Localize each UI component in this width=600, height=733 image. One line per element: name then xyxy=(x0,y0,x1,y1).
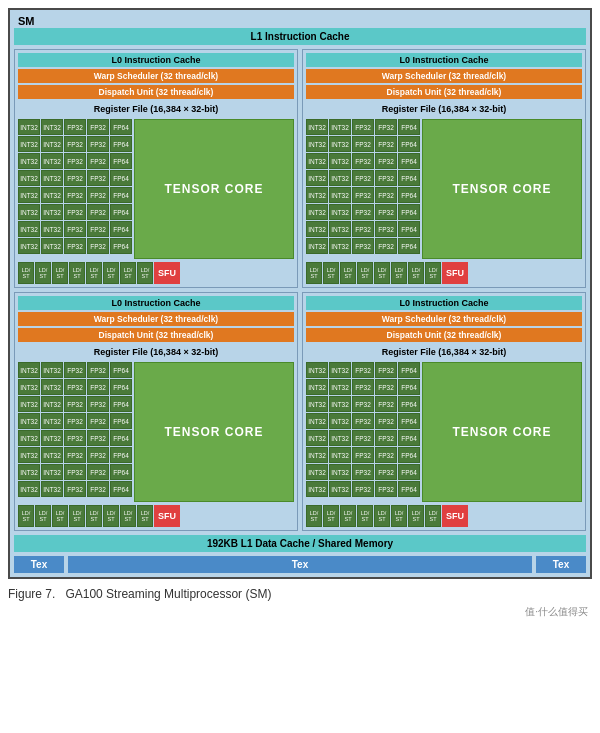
row-7-bl: INT32 INT32 FP32 FP32 FP64 xyxy=(18,464,132,480)
row-6-tl: INT32 INT32 FP32 FP32 FP64 xyxy=(18,204,132,220)
int32-cell: INT32 xyxy=(329,204,351,220)
row-1-br: INT32 INT32 FP32 FP32 FP64 xyxy=(306,362,420,378)
fp32-cell: FP32 xyxy=(375,119,397,135)
fp32-cell: FP32 xyxy=(64,464,86,480)
fp32-cell: FP32 xyxy=(87,481,109,497)
int32-cell: INT32 xyxy=(18,362,40,378)
fp32-cell: FP32 xyxy=(375,170,397,186)
int32-cell: INT32 xyxy=(18,221,40,237)
warp-scheduler-bl: Warp Scheduler (32 thread/clk) xyxy=(18,312,294,326)
int32-cell: INT32 xyxy=(18,481,40,497)
fp64-cell: FP64 xyxy=(398,204,420,220)
fp64-cell: FP64 xyxy=(398,362,420,378)
int32-cell: INT32 xyxy=(18,119,40,135)
row-5-tl: INT32 INT32 FP32 FP32 FP64 xyxy=(18,187,132,203)
fp64-cell: FP64 xyxy=(398,481,420,497)
ld-st-cell: LD/ST xyxy=(52,505,68,527)
fp32-cell: FP32 xyxy=(64,447,86,463)
fp32-cell: FP32 xyxy=(87,221,109,237)
register-file-br: Register File (16,384 × 32-bit) xyxy=(306,345,582,359)
watermark: 值·什么值得买 xyxy=(8,605,592,619)
ld-st-cell: LD/ST xyxy=(35,262,51,284)
bottom-row-tl: LD/ST LD/ST LD/ST LD/ST LD/ST LD/ST LD/S… xyxy=(18,262,294,284)
int32-cell: INT32 xyxy=(306,481,328,497)
tex-right: Tex xyxy=(536,556,586,573)
l0-cache-tl: L0 Instruction Cache xyxy=(18,53,294,67)
ld-st-cell: LD/ST xyxy=(103,262,119,284)
int32-cell: INT32 xyxy=(329,170,351,186)
fp32-cell: FP32 xyxy=(352,204,374,220)
dispatch-unit-br: Dispatch Unit (32 thread/clk) xyxy=(306,328,582,342)
row-5-tr: INT32 INT32 FP32 FP32 FP64 xyxy=(306,187,420,203)
fp32-cell: FP32 xyxy=(64,430,86,446)
ld-st-cell: LD/ST xyxy=(408,505,424,527)
tensor-core-tr: TENSOR CORE xyxy=(422,119,582,259)
int32-cell: INT32 xyxy=(18,413,40,429)
fp32-cell: FP32 xyxy=(375,136,397,152)
fp64-cell: FP64 xyxy=(110,153,132,169)
sm-title: SM xyxy=(14,14,586,28)
int32-cell: INT32 xyxy=(41,170,63,186)
fp32-cell: FP32 xyxy=(352,136,374,152)
quadrant-top-left: L0 Instruction Cache Warp Scheduler (32 … xyxy=(14,49,298,288)
fp64-cell: FP64 xyxy=(398,396,420,412)
l1-data-cache: 192KB L1 Data Cache / Shared Memory xyxy=(14,535,586,552)
fp64-cell: FP64 xyxy=(398,430,420,446)
int-fp-cells-bl: INT32 INT32 FP32 FP32 FP64 INT32 INT32 F… xyxy=(18,362,132,502)
fp64-cell: FP64 xyxy=(110,362,132,378)
int32-cell: INT32 xyxy=(329,481,351,497)
fp32-cell: FP32 xyxy=(375,221,397,237)
fp64-cell: FP64 xyxy=(110,170,132,186)
ld-st-cell: LD/ST xyxy=(323,505,339,527)
fp32-cell: FP32 xyxy=(87,464,109,480)
row-7-br: INT32 INT32 FP32 FP32 FP64 xyxy=(306,464,420,480)
ld-st-cell: LD/ST xyxy=(120,505,136,527)
fp32-cell: FP32 xyxy=(352,447,374,463)
int32-cell: INT32 xyxy=(306,119,328,135)
row-2-tr: INT32 INT32 FP32 FP32 FP64 xyxy=(306,136,420,152)
int32-cell: INT32 xyxy=(329,430,351,446)
fp32-cell: FP32 xyxy=(87,204,109,220)
int32-cell: INT32 xyxy=(329,238,351,254)
fp32-cell: FP32 xyxy=(375,430,397,446)
int32-cell: INT32 xyxy=(306,238,328,254)
l0-cache-br: L0 Instruction Cache xyxy=(306,296,582,310)
fp32-cell: FP32 xyxy=(87,379,109,395)
row-1-tl: INT32 INT32 FP32 FP32 FP64 xyxy=(18,119,132,135)
fp32-cell: FP32 xyxy=(375,362,397,378)
fp64-cell: FP64 xyxy=(110,379,132,395)
row-8-tl: INT32 INT32 FP32 FP32 FP64 xyxy=(18,238,132,254)
fp32-cell: FP32 xyxy=(64,413,86,429)
fp32-cell: FP32 xyxy=(375,153,397,169)
ld-st-cell: LD/ST xyxy=(374,505,390,527)
fp32-cell: FP32 xyxy=(87,119,109,135)
fp32-cell: FP32 xyxy=(352,187,374,203)
ld-st-cell: LD/ST xyxy=(340,505,356,527)
int32-cell: INT32 xyxy=(306,170,328,186)
int32-cell: INT32 xyxy=(329,362,351,378)
ld-st-cell: LD/ST xyxy=(137,505,153,527)
ld-st-cell: LD/ST xyxy=(374,262,390,284)
sfu-br: SFU xyxy=(442,505,468,527)
int32-cell: INT32 xyxy=(41,362,63,378)
fp32-cell: FP32 xyxy=(64,204,86,220)
int32-cell: INT32 xyxy=(18,447,40,463)
fp32-cell: FP32 xyxy=(375,204,397,220)
row-4-tl: INT32 INT32 FP32 FP32 FP64 xyxy=(18,170,132,186)
int32-cell: INT32 xyxy=(306,153,328,169)
int32-cell: INT32 xyxy=(329,119,351,135)
fp32-cell: FP32 xyxy=(352,481,374,497)
int32-cell: INT32 xyxy=(41,396,63,412)
quadrant-top-right: L0 Instruction Cache Warp Scheduler (32 … xyxy=(302,49,586,288)
int32-cell: INT32 xyxy=(306,362,328,378)
bottom-row-bl: LD/ST LD/ST LD/ST LD/ST LD/ST LD/ST LD/S… xyxy=(18,505,294,527)
int32-cell: INT32 xyxy=(306,187,328,203)
fp32-cell: FP32 xyxy=(64,238,86,254)
fp32-cell: FP32 xyxy=(64,481,86,497)
row-7-tr: INT32 INT32 FP32 FP32 FP64 xyxy=(306,221,420,237)
int32-cell: INT32 xyxy=(306,136,328,152)
fp32-cell: FP32 xyxy=(375,238,397,254)
row-7-tl: INT32 INT32 FP32 FP32 FP64 xyxy=(18,221,132,237)
fp32-cell: FP32 xyxy=(352,379,374,395)
row-4-bl: INT32 INT32 FP32 FP32 FP64 xyxy=(18,413,132,429)
